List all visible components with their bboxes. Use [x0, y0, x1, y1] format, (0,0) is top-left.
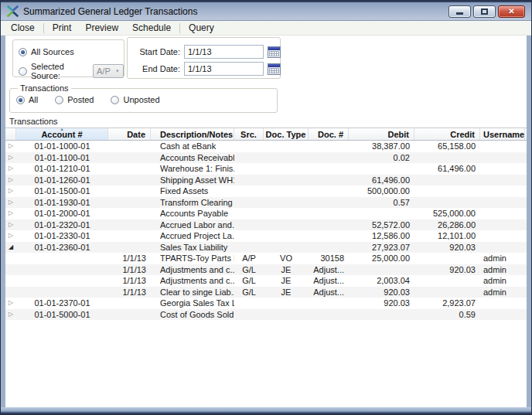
cell-credit: 2,923.07	[414, 298, 480, 309]
cell-debit: 2,003.04	[349, 275, 414, 287]
table-row[interactable]: ▷01-01-2000-01Accounts Payable525,000.00	[5, 208, 527, 219]
cell-account: 01-01-1100-01	[16, 152, 108, 164]
menu-item-query[interactable]: Query	[182, 22, 221, 34]
cell-debit: 0.02	[349, 152, 414, 164]
transactions-option-all[interactable]: All	[16, 95, 38, 104]
cell-doc_type	[264, 242, 309, 253]
row-expand-icon[interactable]: ▷	[5, 309, 16, 321]
cell-src	[234, 242, 264, 253]
menu-item-schedule[interactable]: Schedule	[125, 22, 178, 34]
menu-item-preview[interactable]: Preview	[78, 22, 125, 34]
radio-unselected-icon	[19, 67, 27, 76]
start-date-calendar-button[interactable]	[266, 45, 281, 59]
column-header-username[interactable]: Username	[480, 128, 525, 140]
row-expand-icon[interactable]: ▷	[5, 219, 16, 231]
table-row[interactable]: ▷01-01-1000-01Cash at eBank38,387.0065,1…	[5, 141, 527, 152]
row-expand-icon[interactable]: ▷	[5, 175, 16, 186]
column-header-expander[interactable]	[5, 128, 16, 140]
table-row[interactable]: ▷01-01-5000-01Cost of Goods Sold0.59	[5, 309, 527, 321]
cell-doc_type: JE	[264, 287, 309, 298]
cell-debit: 920.03	[349, 298, 414, 309]
titlebar[interactable]: Summarized General Ledger Transactions ✕	[1, 1, 531, 21]
row-collapse-icon[interactable]: ◢	[5, 242, 16, 253]
cell-credit: 0.59	[414, 309, 480, 321]
menubar: ClosePrintPreviewScheduleQuery	[1, 21, 531, 36]
table-row[interactable]: ▷01-01-2330-01Accrued Project La...12,58…	[5, 230, 527, 242]
row-expand-icon[interactable]: ▷	[5, 152, 16, 164]
row-expand-icon[interactable]: ▷	[5, 185, 16, 197]
cell-debit	[349, 163, 414, 175]
cell-date	[108, 309, 151, 321]
row-expand-icon[interactable]: ▷	[5, 208, 16, 219]
column-header-doc_num[interactable]: Doc. #	[309, 128, 349, 140]
cell-doc_num	[309, 298, 349, 309]
cell-credit: 26,286.00	[414, 219, 480, 231]
table-row[interactable]: ◢01-01-2360-01Sales Tax Liability27,923.…	[5, 242, 527, 253]
column-header-label: Username	[483, 130, 524, 139]
table-row[interactable]: ▷01-01-1500-01Fixed Assets500,000.00	[5, 185, 527, 197]
row-expand-icon[interactable]: ▷	[5, 141, 16, 152]
cell-description: Accrued Labor and...	[151, 219, 234, 231]
table-row[interactable]: ▷01-01-2320-01Accrued Labor and...52,572…	[5, 219, 527, 231]
cell-username	[480, 208, 525, 219]
close-button[interactable]: ✕	[498, 5, 525, 18]
cell-doc_num	[309, 219, 349, 231]
transactions-option-posted[interactable]: Posted	[55, 95, 94, 104]
cell-date: 1/1/13	[108, 275, 151, 287]
table-row[interactable]: ▷01-01-2370-01Georgia Sales Tax Li...920…	[5, 298, 527, 309]
column-header-debit[interactable]: Debit	[349, 128, 414, 140]
cell-doc_type	[264, 208, 309, 219]
table-row[interactable]: ▷01-01-1210-01Warehouse 1: Finis...61,49…	[5, 163, 527, 175]
end-date-input[interactable]	[184, 62, 264, 76]
maximize-icon	[481, 9, 488, 15]
radio-unselected-icon	[55, 96, 63, 104]
sort-ascending-icon: ▴	[60, 128, 63, 131]
row-expand-icon[interactable]: ▷	[5, 197, 16, 209]
cell-description: Shipping Asset WH1	[151, 175, 234, 186]
minimize-button[interactable]	[448, 5, 471, 18]
table-row[interactable]: 1/1/13Clear to singe Liab....G/LJEAdjust…	[5, 287, 527, 298]
client-area: All Sources Selected Source: A/P ▼ Start…	[5, 36, 527, 407]
row-expand-icon[interactable]: ▷	[5, 230, 16, 242]
column-header-credit[interactable]: Credit	[414, 128, 480, 140]
all-sources-option[interactable]: All Sources	[19, 47, 74, 56]
menu-item-print[interactable]: Print	[46, 22, 79, 34]
table-row[interactable]: ▷01-01-1930-01Transform Clearing0.57	[5, 197, 527, 209]
cell-account	[16, 287, 108, 298]
column-header-src[interactable]: Src.	[234, 128, 264, 140]
start-date-input[interactable]	[184, 45, 264, 59]
column-header-doc_type[interactable]: Doc. Type	[264, 128, 309, 140]
cell-credit: 61,496.00	[414, 163, 480, 175]
cell-description: TPARTS-Toy Parts I...	[151, 253, 234, 264]
cell-debit: 0.57	[349, 197, 414, 209]
cell-src	[234, 152, 264, 164]
maximize-button[interactable]	[473, 5, 496, 18]
menu-item-close[interactable]: Close	[4, 22, 42, 34]
selected-source-option[interactable]: Selected Source: A/P ▼	[19, 62, 124, 80]
table-row[interactable]: 1/1/13TPARTS-Toy Parts I...A/PVO3015825,…	[5, 253, 527, 264]
cell-doc_num	[309, 141, 349, 152]
cell-account: 01-01-5000-01	[16, 309, 108, 321]
column-header-account[interactable]: ▴Account #	[16, 128, 108, 140]
table-row[interactable]: 1/1/13Adjustments and c...G/LJEAdjust...…	[5, 275, 527, 287]
column-header-description[interactable]: Description/Notes	[151, 128, 234, 140]
cell-src	[234, 230, 264, 242]
table-row[interactable]: ▷01-01-1260-01Shipping Asset WH161,496.0…	[5, 175, 527, 186]
cell-username: admin	[480, 253, 525, 264]
end-date-label: End Date:	[132, 64, 180, 73]
table-row[interactable]: 1/1/13Adjustments and c...G/LJEAdjust...…	[5, 264, 527, 276]
row-expand-icon[interactable]: ▷	[5, 163, 16, 175]
table-row[interactable]: ▷01-01-1100-01Accounts Receivable0.02	[5, 152, 527, 164]
radio-selected-icon	[19, 48, 27, 56]
app-logo-icon	[7, 5, 19, 17]
end-date-calendar-button[interactable]	[266, 62, 281, 76]
cell-account: 01-01-1500-01	[16, 185, 108, 197]
source-select[interactable]: A/P ▼	[93, 64, 124, 78]
cell-account	[16, 253, 108, 264]
column-header-date[interactable]: Date	[108, 128, 151, 140]
cell-doc_num	[309, 185, 349, 197]
cell-description: Fixed Assets	[151, 185, 234, 197]
transactions-option-unposted[interactable]: Unposted	[111, 95, 159, 104]
cell-date	[108, 185, 151, 197]
row-expand-icon[interactable]: ▷	[5, 298, 16, 309]
